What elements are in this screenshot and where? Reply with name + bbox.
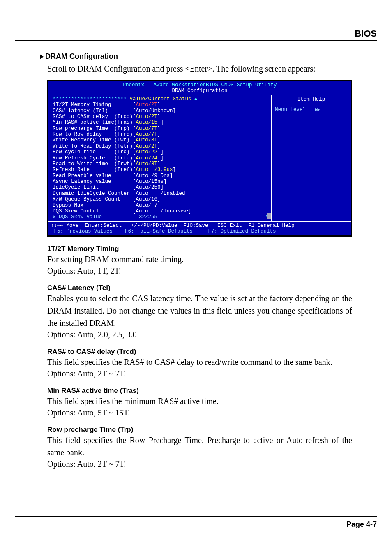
bios-row-value: [Auto/ 7]: [133, 203, 161, 208]
bios-row[interactable]: Row Refresh Cycle (Trfc)[Auto/24T]: [53, 155, 269, 161]
bios-row-value: Auto/3T: [136, 137, 158, 143]
bios-row-label: Row cycle time (Trc): [53, 149, 133, 155]
bios-row-value: Auto/2T: [136, 143, 158, 149]
bios-row-label: Min RAS# active time(Tras): [53, 120, 133, 125]
desc-body: This field specifies the Row Precharge T…: [47, 434, 352, 459]
scrollbar-thumb[interactable]: [267, 213, 271, 219]
bios-body: ************************ Value/Current S…: [48, 95, 351, 222]
bios-row[interactable]: Write Recovery Time (Twr) [Auto/3T]: [53, 137, 269, 143]
footer-l2-left: F5: Previous Values F6: Fail-Safe Defaul…: [51, 228, 205, 234]
bios-row[interactable]: Min RAS# active time(Tras)[Auto/15T]: [53, 120, 269, 125]
bios-title: Phoenix - Award WorkstationBIOS CMOS Set…: [48, 81, 351, 95]
bios-row[interactable]: R/W Queue Bypass Count [Auto/16]: [53, 196, 269, 202]
bios-row[interactable]: Read-to-Write time (Trwt)[Auto/8T]: [53, 161, 269, 167]
up-arrow-icon: ▲: [194, 96, 198, 102]
bios-row-value: [Auto/256]: [133, 185, 164, 190]
bios-header-stars: ************************: [53, 96, 127, 102]
bios-help-panel: Item Help Menu Level ▶▶: [271, 95, 351, 221]
bios-row-label: Dynamic IdleCycle Counter: [53, 191, 133, 196]
bios-row-label: Row to Row delay (Trrd): [53, 131, 133, 137]
bracket-open: [: [133, 126, 136, 131]
bios-row-value: Auto /3.9us: [136, 167, 173, 173]
bios-row[interactable]: Read Preamble value [Auto /9.5ns]: [53, 173, 269, 179]
page: BIOS DRAM Configuration Scroll to DRAM C…: [0, 0, 392, 549]
bios-row[interactable]: 1T/2T Memory Timing [Auto/2T]: [53, 102, 269, 108]
bios-row-label: R/W Queue Bypass Count: [53, 196, 133, 202]
menu-level-label: Menu Level: [275, 107, 306, 113]
section-heading-row: DRAM Configuration: [40, 52, 377, 61]
bracket-open: [: [133, 155, 136, 161]
footer-l1-right: ESC:Exit F1:General Help: [217, 223, 295, 228]
bracket-open: [: [133, 120, 136, 125]
bios-row[interactable]: Refresh Rate (Tref)[Auto /3.9us]: [53, 167, 269, 173]
help-body: Menu Level ▶▶: [272, 104, 351, 115]
bios-row-label: IdleCycle Limit: [53, 185, 133, 190]
x-label: DQS Skew Value: [59, 214, 139, 220]
bios-row[interactable]: IdleCycle Limit [Auto/256]: [53, 185, 269, 190]
bios-row-label: Row Refresh Cycle (Trfc): [53, 155, 133, 161]
desc-body: Enables you to select the CAS latency ti…: [47, 292, 352, 329]
bios-row-label: Write Recovery Time (Twr): [53, 137, 133, 143]
descriptions: 1T/2T Memory TimingFor setting DRAM comm…: [47, 245, 352, 469]
bracket-open: [: [133, 102, 136, 108]
bracket-close: ]: [157, 102, 161, 108]
chevron-right-icon: ▶▶: [315, 107, 320, 112]
bios-title-line2: DRAM Configuration: [172, 88, 227, 94]
bios-row-label: RAS# to CAS# delay (Trcd): [53, 114, 133, 120]
bios-header-text: Value/Current Status: [127, 96, 194, 102]
section-intro: Scroll to DRAM Configuration and press <…: [47, 64, 377, 74]
bios-row-value: [Auto /Enabled]: [133, 191, 188, 196]
bios-screenshot: Phoenix - Award WorkstationBIOS CMOS Set…: [47, 80, 352, 237]
bios-row-value: Auto/2T: [136, 114, 158, 120]
footer-l2-right: F7: Optimized Defaults: [208, 228, 276, 234]
bios-row[interactable]: Row cycle time (Trc) [Auto/22T]: [53, 149, 269, 155]
desc-options: Options: Auto, 2.0, 2.5, 3.0: [47, 330, 352, 339]
desc-body: For setting DRAM command rate timing.: [47, 253, 352, 265]
help-title: Item Help: [272, 95, 351, 104]
bracket-close: ]: [157, 143, 161, 149]
bios-row[interactable]: Row precharge Time (Trp) [Auto/7T]: [53, 126, 269, 131]
bios-row-label: Refresh Rate (Tref): [53, 167, 133, 173]
scrollbar-track: [267, 95, 271, 221]
bios-row-label: Read Preamble value: [53, 173, 133, 179]
bracket-close: ]: [161, 149, 164, 155]
bios-row-label: 1T/2T Memory Timing: [53, 102, 133, 108]
bracket-close: ]: [157, 137, 161, 143]
bios-row[interactable]: RAS# to CAS# delay (Trcd)[Auto/2T]: [53, 114, 269, 120]
desc-heading: CAS# Latency (Tcl): [47, 284, 352, 292]
bracket-open: [: [133, 161, 136, 167]
scrollbar[interactable]: [267, 95, 271, 221]
bios-row[interactable]: Row to Row delay (Trrd)[Auto/7T]: [53, 131, 269, 137]
bios-row-label: Write To Read Delay (Twtr): [53, 143, 133, 149]
bracket-open: [: [133, 114, 136, 120]
bios-row-value: Auto/15T: [136, 120, 161, 125]
bios-row[interactable]: Write To Read Delay (Twtr)[Auto/2T]: [53, 143, 269, 149]
bios-row[interactable]: Bypass Max [Auto/ 7]: [53, 203, 269, 208]
desc-body: This field specifies the RAS# to CAS# de…: [47, 356, 352, 368]
header-title: BIOS: [355, 28, 377, 39]
bracket-close: ]: [157, 126, 161, 131]
bios-header-row: ************************ Value/Current S…: [53, 96, 269, 102]
page-number: Page 4-7: [346, 520, 377, 528]
bios-row-value: Auto/24T: [136, 155, 161, 161]
desc-heading: 1T/2T Memory Timing: [47, 245, 352, 253]
bios-row-label: Bypass Max: [53, 203, 133, 208]
x-val: 32/255: [139, 214, 157, 220]
bracket-open: [: [133, 143, 136, 149]
bios-row-label: Async Latency value: [53, 179, 133, 185]
bios-row[interactable]: DQS Skew Contrl [Auto /Increase]: [53, 208, 269, 214]
bios-row-value: [Auto/16]: [133, 196, 161, 202]
bracket-open: [: [133, 137, 136, 143]
bracket-close: ]: [161, 120, 164, 125]
desc-options: Options: Auto, 1T, 2T.: [47, 266, 352, 276]
bios-row[interactable]: CAS# latency (Tcl) [Auto/Unknown]: [53, 108, 269, 114]
bios-row[interactable]: Dynamic IdleCycle Counter [Auto /Enabled…: [53, 191, 269, 196]
desc-heading: Row precharge Time (Trp): [47, 426, 352, 434]
desc-options: Options: Auto, 5T ~ 15T.: [47, 408, 352, 418]
footer-l1-left: ↑↓→←:Move Enter:Select +/-/PU/PD:Value F…: [51, 223, 208, 228]
bios-row-label: Row precharge Time (Trp): [53, 126, 133, 131]
bios-footer: ↑↓→←:Move Enter:Select +/-/PU/PD:Value F…: [48, 222, 351, 236]
bios-row[interactable]: Async Latency value [Auto/15ns]: [53, 179, 269, 185]
page-header: BIOS: [15, 28, 377, 41]
bios-row-value: [Auto /9.5ns]: [133, 173, 173, 179]
